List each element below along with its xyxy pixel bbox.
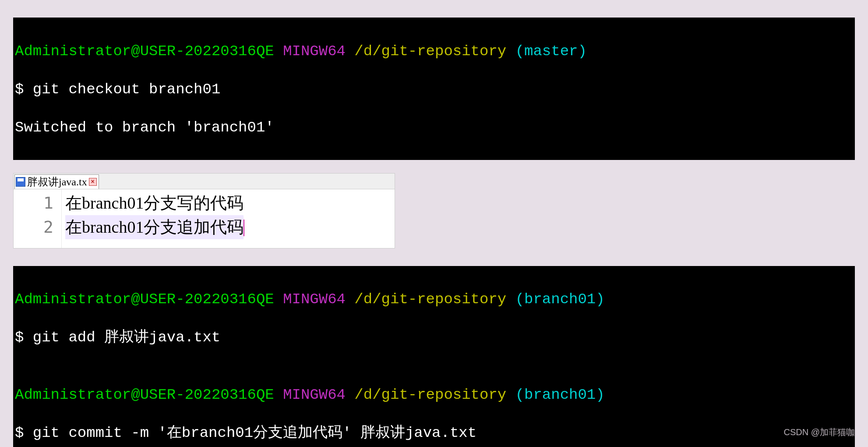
prompt-branch-open: ( — [515, 387, 524, 403]
command-text: git commit -m '在branch01分支追加代码' 胖叔讲java.… — [33, 425, 476, 441]
prompt-line-1: Administrator@USER-20220316QE MINGW64 /d… — [15, 42, 853, 61]
command-line-2a[interactable]: $ git add 胖叔讲java.txt — [15, 328, 853, 348]
prompt-shell: MINGW64 — [283, 387, 346, 403]
dollar-prompt: $ — [15, 425, 33, 441]
editor-line-1: 在branch01分支写的代码 — [65, 191, 244, 215]
prompt-user: Administrator — [15, 291, 131, 308]
command-line-1[interactable]: $ git checkout branch01 — [15, 80, 853, 99]
prompt-path: /d/git-repository — [354, 291, 506, 308]
prompt-host: USER-20220316QE — [140, 291, 274, 308]
prompt-branch-close: ) — [596, 291, 604, 308]
editor-line-2-text: 在branch01分支追加代码 — [65, 215, 243, 239]
text-caret — [243, 220, 244, 236]
prompt-branch-close: ) — [596, 387, 604, 403]
prompt-host: USER-20220316QE — [140, 43, 274, 60]
save-icon — [16, 177, 25, 187]
dollar-prompt: $ — [15, 81, 33, 98]
prompt-line-2b: Administrator@USER-20220316QE MINGW64 /d… — [15, 386, 853, 405]
prompt-branch-open: ( — [515, 43, 524, 60]
line-gutter: 1 2 — [14, 189, 62, 248]
terminal-commit: Administrator@USER-20220316QE MINGW64 /d… — [13, 266, 855, 447]
editor-tab[interactable]: 胖叔讲java.tx × — [14, 174, 99, 189]
prompt-at: @ — [131, 43, 140, 60]
prompt-branch: master — [524, 43, 578, 60]
watermark: CSDN @加菲猫咖 — [783, 426, 855, 438]
line-number: 2 — [14, 215, 53, 239]
prompt-branch-close: ) — [578, 43, 586, 60]
command-text: git add 胖叔讲java.txt — [33, 329, 220, 346]
editor-content[interactable]: 在branch01分支写的代码 在branch01分支追加代码 — [62, 189, 244, 248]
text-editor: 胖叔讲java.tx × 1 2 在branch01分支写的代码 在branch… — [13, 173, 395, 248]
terminal-checkout: Administrator@USER-20220316QE MINGW64 /d… — [13, 18, 855, 160]
editor-tab-bar: 胖叔讲java.tx × — [14, 174, 395, 189]
prompt-branch: branch01 — [524, 291, 596, 308]
editor-body[interactable]: 1 2 在branch01分支写的代码 在branch01分支追加代码 — [14, 189, 395, 248]
close-icon[interactable]: × — [89, 178, 97, 186]
prompt-at: @ — [131, 291, 140, 308]
output-line-1: Switched to branch 'branch01' — [15, 118, 853, 138]
prompt-branch: branch01 — [524, 387, 596, 403]
prompt-shell: MINGW64 — [283, 291, 346, 308]
prompt-line-2a: Administrator@USER-20220316QE MINGW64 /d… — [15, 290, 853, 309]
prompt-path: /d/git-repository — [354, 43, 506, 60]
dollar-prompt: $ — [15, 329, 33, 346]
prompt-host: USER-20220316QE — [140, 387, 274, 403]
editor-line-2: 在branch01分支追加代码 — [65, 215, 244, 239]
prompt-path: /d/git-repository — [354, 387, 506, 403]
line-number: 1 — [14, 191, 53, 215]
prompt-branch-open: ( — [515, 291, 524, 308]
prompt-user: Administrator — [15, 43, 131, 60]
command-text: git checkout branch01 — [33, 81, 220, 98]
prompt-user: Administrator — [15, 387, 131, 403]
command-line-2b[interactable]: $ git commit -m '在branch01分支追加代码' 胖叔讲jav… — [15, 424, 853, 443]
tab-filename: 胖叔讲java.tx — [27, 175, 87, 189]
prompt-shell: MINGW64 — [283, 43, 346, 60]
prompt-at: @ — [131, 387, 140, 403]
